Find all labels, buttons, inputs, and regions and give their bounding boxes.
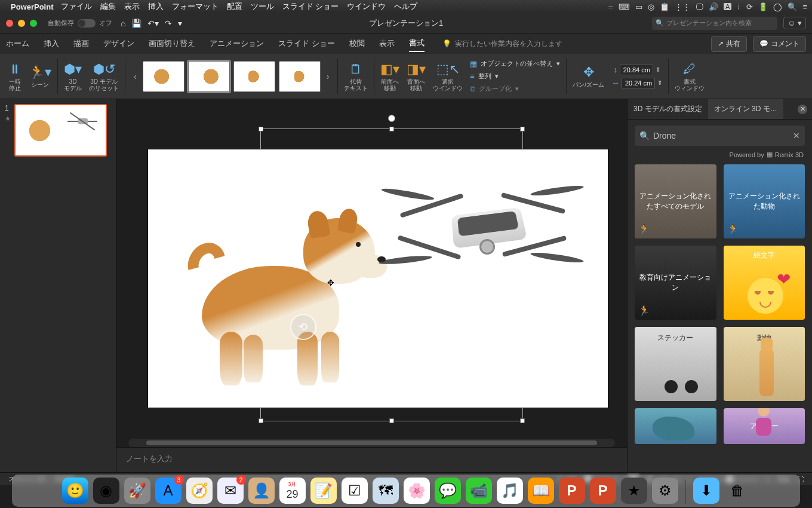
view-thumb-3[interactable]: [233, 61, 275, 92]
dock-downloads[interactable]: ⬇: [693, 478, 719, 504]
close-window-button[interactable]: [6, 20, 13, 27]
width-field[interactable]: ↔20.24 cm⇕: [611, 78, 662, 88]
category-animated-animals[interactable]: アニメーション化された動物🏃: [724, 164, 805, 238]
resize-handle[interactable]: [520, 127, 525, 131]
clear-search-icon[interactable]: ✕: [793, 131, 800, 140]
reset-3d-button[interactable]: ⬢↺3D モデル のリセット: [85, 56, 122, 96]
view-thumb-4[interactable]: [279, 61, 321, 92]
tray-camera-icon[interactable]: ⎓: [608, 2, 613, 11]
tray-grid-icon[interactable]: ⋮⋮: [675, 2, 690, 11]
pause-button[interactable]: ⏸一時 停止: [5, 56, 25, 96]
comments-button[interactable]: 💬コメント: [753, 36, 806, 52]
dock-appstore[interactable]: A3: [155, 478, 182, 504]
stepper-icon[interactable]: ⇕: [657, 79, 662, 86]
3d-model-drone[interactable]: [387, 173, 578, 293]
gallery-prev[interactable]: ‹: [131, 72, 139, 81]
autosave-toggle[interactable]: 自動保存 オフ: [48, 19, 112, 27]
slide-thumbnail-1[interactable]: [14, 104, 107, 157]
qa-save-icon[interactable]: 💾: [131, 19, 142, 28]
autosave-switch[interactable]: [78, 19, 96, 27]
tray-keyboard-icon[interactable]: ⌨: [619, 2, 630, 11]
tray-battery-icon[interactable]: 🔋: [758, 2, 768, 11]
dock-maps[interactable]: 🗺: [373, 478, 399, 504]
tab-insert[interactable]: 挿入: [44, 36, 59, 51]
pan-zoom-button[interactable]: ✥パン/ズーム: [569, 56, 608, 96]
share-button[interactable]: ↗共有: [711, 36, 747, 52]
tab-slideshow[interactable]: スライド ショー: [278, 36, 335, 51]
rotation-handle[interactable]: [388, 115, 395, 122]
menu-slideshow[interactable]: スライド ショー: [282, 1, 339, 12]
close-pane-button[interactable]: ✕: [798, 105, 807, 114]
dock-siri[interactable]: ◉: [93, 478, 119, 504]
menu-edit[interactable]: 編集: [100, 1, 116, 12]
category-avatars[interactable]: アバター: [724, 408, 805, 444]
gallery-next[interactable]: ›: [324, 72, 332, 81]
3d-model-button[interactable]: ⬢▾3D モデル: [60, 56, 85, 96]
tab-animations[interactable]: アニメーション: [210, 36, 264, 51]
tray-display2-icon[interactable]: 🖵: [696, 2, 703, 11]
notes-pane[interactable]: ノートを入力: [116, 447, 627, 472]
format-pane-button[interactable]: 🖊書式 ウィンドウ: [671, 56, 708, 96]
send-backward-button[interactable]: ◨▾背面へ 移動: [403, 56, 429, 96]
dock-ibooks[interactable]: 📖: [528, 478, 554, 504]
menu-arrange[interactable]: 配置: [227, 1, 242, 12]
tab-transitions[interactable]: 画面切り替え: [149, 36, 195, 51]
category-dinosaurs[interactable]: 恐竜: [635, 408, 716, 444]
dock-imovie[interactable]: ★: [621, 478, 647, 504]
resize-handle[interactable]: [389, 127, 394, 131]
tray-display-icon[interactable]: ▭: [635, 2, 642, 11]
menu-tools[interactable]: ツール: [251, 1, 274, 12]
tab-home[interactable]: ホーム: [6, 36, 29, 51]
dock-launchpad[interactable]: 🚀: [124, 478, 150, 504]
dock-reminders[interactable]: ☑: [342, 478, 368, 504]
tab-draw[interactable]: 描画: [73, 36, 89, 51]
dock-finder[interactable]: 🙂: [62, 478, 88, 504]
menu-view[interactable]: 表示: [124, 1, 140, 12]
dock-facetime[interactable]: 📹: [466, 478, 492, 504]
search-in-presentation[interactable]: 🔍 プレゼンテーション内を検索: [652, 17, 777, 30]
3d-model-dog[interactable]: ⟲: [178, 182, 381, 391]
scene-button[interactable]: 🏃▾シーン: [25, 56, 55, 96]
qa-customize-icon[interactable]: ▾: [178, 19, 182, 28]
minimize-window-button[interactable]: [18, 20, 25, 27]
view-thumb-2[interactable]: [188, 61, 230, 92]
resize-handle[interactable]: [259, 127, 263, 131]
online-3d-search[interactable]: 🔍 Drone ✕: [635, 126, 805, 146]
menu-file[interactable]: ファイル: [61, 1, 92, 12]
zoom-window-button[interactable]: [30, 20, 37, 27]
pane-tab-online-3d[interactable]: オンライン 3D モ…: [708, 99, 783, 119]
dock-photos[interactable]: 🌸: [404, 478, 430, 504]
slide-canvas[interactable]: ⟲ ✥: [148, 149, 608, 408]
menu-format[interactable]: フォーマット: [172, 1, 219, 12]
horizontal-scrollbar[interactable]: [128, 439, 615, 447]
menu-help[interactable]: ヘルプ: [394, 1, 417, 12]
menu-insert[interactable]: 挿入: [148, 1, 164, 12]
tray-spotlight-icon[interactable]: 🔍: [788, 2, 797, 11]
selection-pane-button[interactable]: ⬚↖選択 ウインドウ: [429, 56, 466, 96]
dock-mail[interactable]: ✉2: [217, 478, 244, 504]
tray-wifi-icon[interactable]: ⧙: [737, 2, 741, 11]
dock-calendar[interactable]: 3月29: [279, 478, 306, 504]
app-name[interactable]: PowerPoint: [11, 2, 54, 11]
dock-itunes[interactable]: 🎵: [497, 478, 523, 504]
bring-forward-button[interactable]: ◧▾前面へ 移動: [377, 56, 403, 96]
tray-siri-icon[interactable]: ◯: [773, 2, 782, 11]
menu-window[interactable]: ウインドウ: [347, 1, 386, 12]
view-thumb-1[interactable]: [143, 61, 184, 92]
height-field[interactable]: ↕20.84 cm⇕: [613, 65, 660, 75]
tab-format[interactable]: 書式: [409, 35, 425, 52]
reorder-objects-menu[interactable]: ▦オブジェクトの並べ替え ▾: [470, 58, 560, 69]
resize-handle[interactable]: [259, 418, 263, 423]
dock-contacts[interactable]: 👤: [248, 478, 275, 504]
dock-powerpoint-alt[interactable]: P: [590, 478, 616, 504]
dock-preferences[interactable]: ⚙: [652, 478, 678, 504]
dock-safari[interactable]: 🧭: [186, 478, 213, 504]
tab-design[interactable]: デザイン: [103, 36, 134, 51]
dock-powerpoint[interactable]: P: [559, 478, 585, 504]
tray-control-center-icon[interactable]: ≡: [802, 2, 807, 11]
qa-home-icon[interactable]: ⌂: [121, 19, 125, 28]
category-animals[interactable]: 動物: [724, 327, 805, 401]
tray-clipboard-icon[interactable]: 📋: [660, 2, 669, 11]
alt-text-button[interactable]: 🗒代替 テキスト: [340, 56, 371, 96]
stepper-icon[interactable]: ⇕: [656, 66, 660, 73]
